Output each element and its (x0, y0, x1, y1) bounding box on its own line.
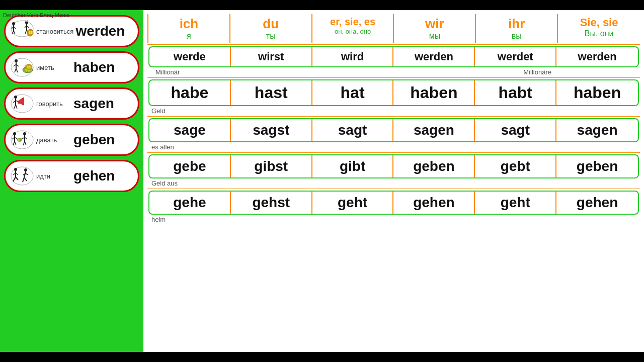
pronoun-er: er, sie, es он, она, оно (312, 14, 394, 43)
svg-point-43 (23, 132, 26, 135)
conj-row-sagen: sage sagst sagt sagen sagt sagen (148, 118, 639, 142)
vocab-item-gehen: идти gehen (4, 160, 139, 192)
cell-haben-er: hat (312, 80, 394, 105)
pronoun-ru-sie: Вы, они (585, 29, 614, 38)
conj-row-geben: gebe gibst gibt geben gebt geben (148, 154, 639, 178)
verb-block-geben: gebe gibst gibt geben gebt geben Geld au… (147, 153, 640, 189)
pronoun-ihr: ihr вы (476, 14, 558, 43)
pronoun-de-ihr: ihr (508, 16, 525, 32)
pronoun-ru-du: ты (266, 32, 276, 41)
cell-gehen-ich: gehe (149, 192, 231, 214)
geben-de: geben (73, 132, 115, 148)
svg-point-1 (12, 22, 15, 25)
haben-de: haben (73, 59, 115, 75)
svg-marker-8 (25, 20, 28, 22)
example-geben: Geld aus (147, 179, 640, 189)
sidebar: Deutcher Verb Блиц Меню (0, 10, 143, 352)
cell-geben-ich: gebe (149, 155, 231, 177)
cell-sagen-sie: sagen (556, 119, 638, 141)
vocab-item-haben: $$$ $$ иметь haben (4, 51, 139, 83)
cell-sagen-ich: sage (149, 119, 231, 141)
vocab-item-sagen: говорить sagen (4, 87, 139, 120)
svg-text:$$: $$ (29, 31, 33, 34)
cell-werden-er: wird (312, 47, 394, 66)
geben-ru: давать (36, 136, 71, 144)
cell-geben-er: gibt (312, 155, 394, 177)
verb-block-gehen: gehe gehst geht gehen geht gehen heim (147, 189, 640, 225)
pronoun-de-sie: Sie, sie (580, 16, 618, 29)
svg-point-28 (14, 96, 17, 99)
cell-haben-wir: haben (393, 80, 475, 105)
vocab-item-werden: $$ становиться werden (4, 15, 139, 47)
sagen-ru: говорить (36, 100, 71, 108)
top-bar (0, 0, 644, 10)
cell-gehen-sie: gehen (556, 192, 638, 214)
pronoun-header: ich я du ты er, sie, es он, она, оно wir… (147, 14, 640, 43)
cell-werden-ihr: werdet (475, 47, 556, 66)
main-content: Deutcher Verb Блиц Меню (0, 10, 644, 352)
gehen-icon (9, 163, 36, 189)
cell-haben-du: hast (231, 80, 312, 105)
example-werden2: Millionäre (519, 68, 555, 77)
pronoun-ru-ihr: вы (512, 32, 522, 41)
sagen-de: sagen (73, 96, 114, 112)
table-area: ich я du ты er, sie, es он, она, оно wir… (143, 10, 644, 352)
svg-rect-35 (18, 101, 20, 104)
cell-haben-sie: haben (556, 80, 638, 105)
pronoun-sie: Sie, sie Вы, они (558, 14, 640, 43)
pronoun-de-wir: wir (425, 16, 444, 32)
bottom-bar (0, 352, 644, 362)
sidebar-title: Deutcher Verb Блиц Меню (3, 12, 69, 18)
verb-block-werden: werde wirst wird werden werdet werden Mi… (147, 45, 640, 78)
svg-point-17 (15, 59, 18, 62)
cell-werden-sie: werden (556, 47, 638, 66)
cell-gehen-ihr: geht (475, 192, 556, 214)
svg-text:$$: $$ (27, 65, 31, 69)
example-haben: Geld (147, 107, 640, 116)
pronoun-de-er: er, sie, es (330, 16, 375, 28)
conj-row-haben: habe hast hat haben habt haben (148, 79, 639, 106)
pronoun-ru-er: он, она, оно (335, 28, 371, 35)
cell-sagen-wir: sagen (393, 119, 475, 141)
conjugation-rows: werde wirst wird werden werdet werden Mi… (147, 44, 640, 348)
example-werden: Millionär (151, 68, 184, 77)
gehen-de: gehen (73, 168, 115, 184)
cell-haben-ihr: habt (475, 80, 556, 105)
cell-gehen-du: gehst (231, 192, 312, 214)
cell-geben-du: gibst (231, 155, 312, 177)
sagen-icon (9, 91, 36, 116)
pronoun-du: du ты (230, 14, 312, 43)
pronoun-ich: ich я (148, 14, 230, 43)
haben-ru: иметь (36, 64, 71, 71)
pronoun-wir: wir мы (394, 14, 476, 43)
cell-sagen-er: sagt (312, 119, 394, 141)
cell-gehen-er: geht (312, 192, 394, 214)
vocab-item-geben: $ давать geben (4, 124, 139, 156)
conj-row-gehen: gehe gehst geht gehen geht gehen (148, 191, 639, 215)
cell-werden-ich: werde (149, 47, 231, 66)
geben-icon: $ (9, 127, 36, 152)
pronoun-de-du: du (263, 16, 279, 32)
svg-text:$: $ (18, 138, 20, 142)
svg-point-52 (14, 168, 17, 171)
svg-point-58 (24, 168, 27, 171)
pronoun-ru-ich: я (187, 32, 191, 41)
svg-point-37 (13, 132, 16, 135)
conj-row-werden: werde wirst wird werden werdet werden (148, 46, 639, 67)
werden-icon: $$ (9, 19, 36, 44)
verb-block-haben: habe hast hat haben habt haben Geld (147, 78, 640, 117)
cell-sagen-ihr: sagt (475, 119, 556, 141)
cell-geben-sie: geben (556, 155, 638, 177)
cell-sagen-du: sagst (231, 119, 312, 141)
verb-block-sagen: sage sagst sagt sagen sagt sagen es alle… (147, 117, 640, 153)
werden-de: werden (75, 23, 125, 39)
werden-ru: становиться (36, 28, 73, 35)
pronoun-de-ich: ich (180, 16, 199, 32)
haben-icon: $$$ $$ (9, 55, 36, 80)
cell-werden-du: wirst (231, 47, 312, 66)
gehen-ru: идти (36, 172, 71, 180)
cell-geben-wir: geben (393, 155, 475, 177)
pronoun-ru-wir: мы (429, 32, 441, 41)
cell-werden-wir: werden (393, 47, 475, 66)
cell-haben-ich: habe (149, 80, 231, 105)
